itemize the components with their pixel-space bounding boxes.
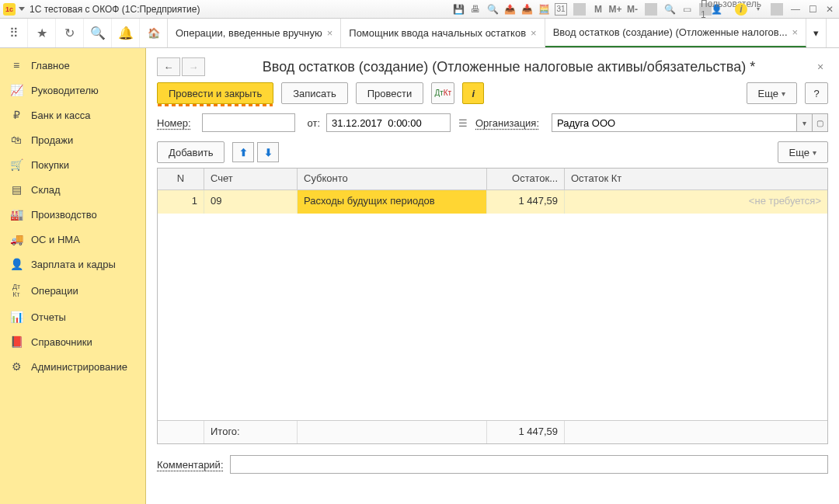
dtkt-button[interactable]: ДтКт [431,82,454,104]
tab-operations[interactable]: Операции, введенные вручную × [168,19,341,47]
sidebar-item-manager[interactable]: 📈Руководителю [0,78,145,103]
user-label[interactable]: 👤 Пользователь 1 [718,3,730,16]
org-open-icon[interactable]: ▢ [813,113,828,132]
mem-m[interactable]: M [592,3,604,16]
org-label: Организация: [475,117,545,129]
grid-header: N Счет Субконто Остаток... Остаток Кт [158,169,827,190]
sidebar-item-production[interactable]: 🏭Производство [0,202,145,227]
info-button[interactable]: i [462,82,484,104]
calendar-icon[interactable]: 31 [555,3,567,16]
gear-icon: ⚙ [9,360,23,373]
sidebar: ≡Главное 📈Руководителю ₽Банк и касса 🛍Пр… [0,48,146,504]
tab-operations-label: Операции, введенные вручную [176,27,322,39]
apps-icon[interactable]: ⠿ [0,19,28,47]
comment-label: Комментарий: [157,459,224,471]
bell-icon[interactable]: 🔔 [112,19,140,47]
window-titlebar: 1c 1С тестовая с ОКОФ (1С:Предприятие) 💾… [0,0,839,19]
col-n[interactable]: N [158,169,204,189]
nav-forward-button[interactable]: → [182,57,205,76]
sidebar-item-refs[interactable]: 📕Справочники [0,329,145,354]
col-subconto[interactable]: Субконто [298,169,487,189]
ruble-icon: ₽ [9,109,23,121]
panels-icon[interactable]: ▭ [681,3,693,16]
dtkt-icon: ДтКт [9,283,23,298]
date-input[interactable] [326,113,451,132]
info-dropdown-icon[interactable]: ▾ [752,3,764,16]
tab-overflow-icon[interactable]: ▾ [806,19,827,47]
window-title: 1С тестовая с ОКОФ (1С:Предприятие) [30,4,200,15]
sidebar-item-bank[interactable]: ₽Банк и касса [0,103,145,127]
zoom-icon[interactable]: 🔍 [663,3,676,16]
bag-icon: 🛍 [9,134,23,146]
menu-icon: ≡ [9,59,23,71]
page-title: Ввод остатков (создание) (Отложенные нал… [207,59,811,75]
history-icon[interactable]: ↻ [56,19,84,47]
col-account[interactable]: Счет [204,169,298,189]
cell-n: 1 [158,190,204,214]
calc-icon[interactable]: 🧮 [538,3,550,16]
print-icon[interactable]: 🖶 [469,3,482,16]
org-dropdown-icon[interactable]: ▾ [797,113,813,132]
app-menu-dropdown-icon[interactable] [19,7,25,11]
sidebar-item-hr[interactable]: 👤Зарплата и кадры [0,252,145,276]
sidebar-item-operations[interactable]: ДтКтОперации [0,276,145,304]
close-icon[interactable]: ✕ [823,3,836,16]
post-and-close-button[interactable]: Провести и закрыть [157,82,273,104]
cell-balance-dt[interactable]: 1 447,59 [487,190,565,214]
save-button[interactable]: Записать [281,82,348,104]
org-input[interactable] [552,113,797,132]
sidebar-item-reports[interactable]: 📊Отчеты [0,304,145,329]
post-button[interactable]: Провести [356,82,424,104]
move-down-button[interactable]: ⬇ [257,142,279,162]
move-up-button[interactable]: ⬆ [232,142,254,162]
info-icon[interactable]: i [735,3,747,16]
help-button[interactable]: ? [805,82,828,104]
mem-mminus[interactable]: M- [626,3,639,16]
doc-out-icon[interactable]: 📤 [503,3,516,16]
sidebar-item-admin[interactable]: ⚙Администрирование [0,354,145,379]
book-icon: 📕 [9,335,23,348]
favorite-icon[interactable]: ★ [28,19,56,47]
list-icon[interactable]: ☰ [457,117,469,129]
content-area: ← → Ввод остатков (создание) (Отложенные… [146,48,839,504]
comment-input[interactable] [230,455,829,474]
grid: N Счет Субконто Остаток... Остаток Кт 1 … [157,168,828,444]
nav-back-button[interactable]: ← [157,57,180,76]
from-label: от: [301,117,320,129]
sidebar-item-main[interactable]: ≡Главное [0,53,145,78]
tab-initial-balance-close-icon[interactable]: × [531,27,537,39]
number-input[interactable] [202,113,295,132]
maximize-icon[interactable]: ☐ [806,3,819,16]
sidebar-item-stock[interactable]: ▤Склад [0,177,145,202]
sidebar-item-sales[interactable]: 🛍Продажи [0,127,145,152]
grid-body[interactable]: 1 09 Расходы будущих периодов 1 447,59 <… [158,190,827,420]
tab-balance-entry-label: Ввод остатков (создание) (Отложенные нал… [553,26,788,38]
grid-footer: Итого: 1 447,59 [158,420,827,443]
search-icon[interactable]: 🔍 [84,19,112,47]
page-close-icon[interactable]: × [813,61,828,73]
bars-icon: 📊 [9,311,23,323]
mem-mplus[interactable]: M+ [609,3,621,16]
tab-balance-entry-close-icon[interactable]: × [792,26,799,38]
col-balance-kt[interactable]: Остаток Кт [565,169,827,189]
more-button[interactable]: Еще [747,82,797,104]
tab-initial-balance[interactable]: Помощник ввода начальных остатков × [341,19,545,47]
add-row-button[interactable]: Добавить [157,141,225,163]
top-toolbar: ⠿ ★ ↻ 🔍 🔔 🏠 Операции, введенные вручную … [0,19,839,48]
preview-icon[interactable]: 🔍 [486,3,499,16]
tab-balance-entry[interactable]: Ввод остатков (создание) (Отложенные нал… [545,19,807,47]
col-balance-dt[interactable]: Остаток... [487,169,565,189]
titlebar-toolbar: 💾 🖶 🔍 📤 📥 🧮 31 M M+ M- 🔍 ▭ 👤 Пользовател… [452,3,836,16]
cell-balance-kt: <не требуется> [565,190,827,214]
grid-row[interactable]: 1 09 Расходы будущих периодов 1 447,59 <… [158,190,827,214]
tab-home[interactable]: 🏠 [140,19,168,47]
cell-account[interactable]: 09 [204,190,298,214]
sidebar-item-purchases[interactable]: 🛒Покупки [0,152,145,177]
tab-operations-close-icon[interactable]: × [327,27,333,39]
cell-subconto[interactable]: Расходы будущих периодов [298,190,487,214]
save-icon[interactable]: 💾 [452,3,465,16]
sidebar-item-os[interactable]: 🚚ОС и НМА [0,227,145,252]
minimize-icon[interactable]: — [789,3,802,16]
doc-in-icon[interactable]: 📥 [520,3,533,16]
table-more-button[interactable]: Еще [778,141,828,163]
